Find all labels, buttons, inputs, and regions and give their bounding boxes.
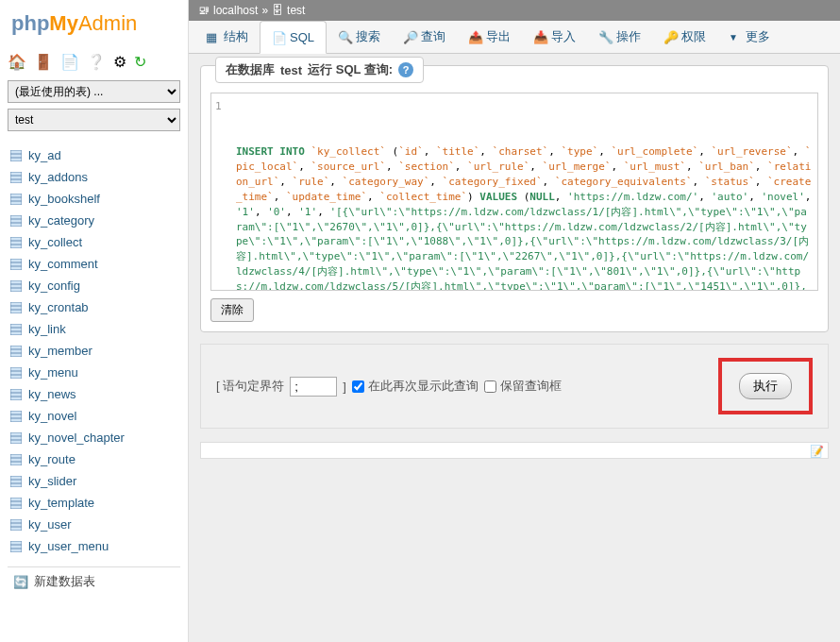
tab-import[interactable]: 📥导入	[522, 21, 587, 53]
table-icon	[9, 214, 23, 228]
table-item-ky_bookshelf[interactable]: ky_bookshelf	[8, 188, 180, 210]
svg-rect-27	[10, 346, 22, 357]
logout-icon[interactable]: 🚪	[34, 53, 53, 71]
tab-label: 导出	[486, 28, 511, 45]
table-icon	[9, 323, 23, 336]
main-panel: 🖳 localhost » 🗄 test ▦结构📄SQL🔍搜索🔎查询📤导出📥导入…	[189, 0, 840, 642]
table-name: ky_ad	[28, 148, 61, 162]
help-icon[interactable]: ?	[398, 62, 413, 77]
table-item-ky_novel[interactable]: ky_novel	[8, 405, 180, 427]
operations-icon: 🔧	[598, 30, 612, 43]
table-name: ky_user	[28, 517, 72, 532]
database-select[interactable]: test	[8, 109, 180, 131]
table-name: ky_link	[28, 322, 66, 336]
svg-rect-24	[10, 324, 22, 335]
table-icon	[9, 431, 23, 445]
table-item-ky_user[interactable]: ky_user	[8, 514, 180, 535]
svg-rect-3	[10, 172, 22, 183]
table-name: ky_config	[28, 279, 80, 293]
settings-icon[interactable]: ⚙	[113, 53, 126, 71]
edit-corner-icon[interactable]: 📝	[810, 445, 824, 458]
table-item-ky_news[interactable]: ky_news	[8, 383, 180, 405]
sql-editor[interactable]: 1 INSERT INTO `ky_collect` (`id`, `title…	[210, 93, 818, 291]
tabs: ▦结构📄SQL🔍搜索🔎查询📤导出📥导入🔧操作🔑权限▼更多	[189, 21, 840, 54]
table-icon	[9, 345, 23, 358]
table-name: ky_novel	[28, 409, 76, 423]
svg-rect-6	[10, 194, 22, 205]
query-title: 在数据库 test 运行 SQL 查询: ?	[215, 57, 424, 83]
table-item-ky_menu[interactable]: ky_menu	[8, 362, 180, 383]
tab-more[interactable]: ▼更多	[717, 21, 781, 53]
table-icon	[9, 366, 23, 380]
table-name: ky_bookshelf	[28, 192, 100, 206]
sql-code: INSERT INTO `ky_collect` (`id`, `title`,…	[236, 144, 812, 291]
home-icon[interactable]: 🏠	[8, 53, 26, 71]
table-name: ky_news	[28, 387, 76, 401]
svg-rect-48	[10, 498, 22, 509]
tab-privileges[interactable]: 🔑权限	[652, 21, 717, 53]
new-table-icon: 🔄	[13, 575, 28, 589]
svg-rect-36	[10, 411, 22, 422]
footer-left: [ 语句定界符 ] 在此再次显示此查询 保留查询框	[216, 377, 562, 397]
tab-label: 结构	[224, 28, 248, 45]
table-icon	[9, 301, 23, 314]
delimiter-label: [ 语句定界符	[216, 378, 284, 395]
svg-rect-15	[10, 259, 22, 270]
table-item-ky_addons[interactable]: ky_addons	[8, 166, 180, 188]
svg-rect-45	[10, 476, 22, 487]
table-item-ky_member[interactable]: ky_member	[8, 340, 180, 362]
clear-button[interactable]: 清除	[210, 298, 254, 322]
table-item-ky_template[interactable]: ky_template	[8, 492, 180, 514]
structure-icon: ▦	[206, 30, 219, 43]
server-icon: 🖳	[198, 4, 210, 17]
table-item-ky_collect[interactable]: ky_collect	[8, 231, 180, 253]
query-icon: 🔎	[403, 30, 416, 43]
table-icon	[9, 193, 23, 206]
table-icon	[9, 540, 23, 553]
table-item-ky_route[interactable]: ky_route	[8, 448, 180, 470]
tab-structure[interactable]: ▦结构	[194, 21, 260, 53]
delimiter-input[interactable]	[290, 377, 337, 397]
table-item-ky_category[interactable]: ky_category	[8, 210, 180, 231]
docs-icon[interactable]: ❔	[87, 53, 106, 71]
table-item-ky_link[interactable]: ky_link	[8, 318, 180, 340]
new-table-button[interactable]: 🔄 新建数据表	[8, 566, 180, 596]
breadcrumb-host[interactable]: localhost	[213, 4, 258, 17]
table-icon	[9, 258, 23, 271]
svg-rect-30	[10, 367, 22, 379]
svg-rect-39	[10, 432, 22, 444]
table-name: ky_comment	[28, 257, 98, 271]
sql-icon[interactable]: 📄	[60, 53, 79, 71]
table-icon	[9, 236, 23, 249]
table-name: ky_user_menu	[28, 539, 109, 553]
content: 在数据库 test 运行 SQL 查询: ? 1 INSERT INTO `ky…	[189, 54, 840, 642]
logo: phpMyAdmin	[8, 8, 180, 40]
table-name: ky_addons	[28, 170, 88, 184]
tab-sql[interactable]: 📄SQL	[260, 21, 327, 54]
run-button[interactable]: 执行	[739, 373, 792, 399]
table-item-ky_config[interactable]: ky_config	[8, 275, 180, 296]
tab-operations[interactable]: 🔧操作	[587, 21, 652, 53]
svg-rect-51	[10, 519, 22, 531]
table-item-ky_comment[interactable]: ky_comment	[8, 253, 180, 275]
sql-icon: 📄	[272, 31, 285, 44]
tab-search[interactable]: 🔍搜索	[327, 21, 392, 53]
keep-box-checkbox[interactable]	[484, 380, 496, 393]
table-item-ky_ad[interactable]: ky_ad	[8, 144, 180, 166]
breadcrumb-db[interactable]: test	[287, 4, 305, 17]
tab-query[interactable]: 🔎查询	[392, 21, 457, 53]
table-item-ky_crontab[interactable]: ky_crontab	[8, 296, 180, 318]
refresh-icon[interactable]: ↻	[134, 53, 146, 71]
table-item-ky_slider[interactable]: ky_slider	[8, 470, 180, 492]
table-icon	[9, 388, 23, 401]
breadcrumb: 🖳 localhost » 🗄 test	[189, 0, 840, 21]
show-again-label: 在此再次显示此查询	[368, 378, 479, 395]
tab-export[interactable]: 📤导出	[457, 21, 522, 53]
recent-tables-select[interactable]: (最近使用的表) ...	[8, 80, 180, 103]
tab-label: SQL	[290, 30, 314, 44]
table-icon	[9, 410, 23, 423]
tab-label: 权限	[681, 28, 706, 45]
show-again-checkbox[interactable]	[352, 380, 364, 393]
table-item-ky_novel_chapter[interactable]: ky_novel_chapter	[8, 427, 180, 448]
table-item-ky_user_menu[interactable]: ky_user_menu	[8, 535, 180, 557]
